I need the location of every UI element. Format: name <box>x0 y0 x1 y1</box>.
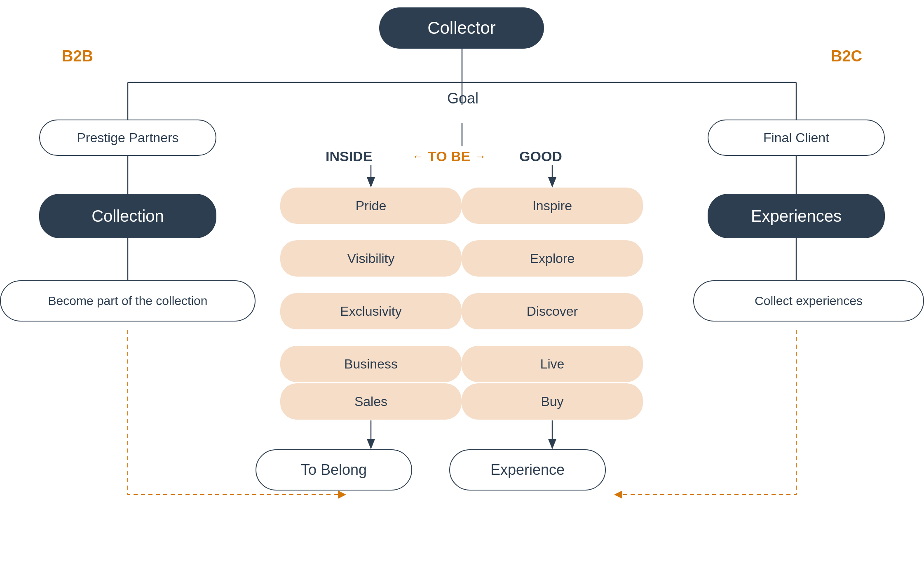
collector-node: Collector <box>379 7 544 49</box>
discover-node: Discover <box>462 293 643 329</box>
svg-marker-17 <box>548 439 556 449</box>
inspire-node: Inspire <box>462 188 643 224</box>
live-node: Live <box>462 346 643 382</box>
inside-label: INSIDE <box>326 148 372 164</box>
svg-marker-10 <box>548 177 556 188</box>
svg-marker-19 <box>614 491 622 499</box>
to-be-label: ← TO BE → <box>412 148 486 164</box>
left-arrow-icon: ← <box>412 150 424 163</box>
b2c-label: B2C <box>831 47 862 65</box>
svg-marker-8 <box>367 177 375 188</box>
buy-node: Buy <box>462 383 643 420</box>
b2b-label: B2B <box>62 47 93 65</box>
to-belong-node: To Belong <box>256 449 412 491</box>
goal-label: Goal <box>447 90 478 107</box>
pride-node: Pride <box>280 188 462 224</box>
good-label: GOOD <box>519 148 562 164</box>
become-part-node: Become part of the collection <box>0 280 256 322</box>
sales-node: Sales <box>280 383 462 420</box>
right-arrow-icon: → <box>474 150 486 163</box>
experience-node: Experience <box>449 449 606 491</box>
svg-marker-18 <box>338 491 346 499</box>
business-node: Business <box>280 346 462 382</box>
prestige-partners-node: Prestige Partners <box>39 120 216 156</box>
collect-experiences-node: Collect experiences <box>693 280 924 322</box>
exclusivity-node: Exclusivity <box>280 293 462 329</box>
visibility-node: Visibility <box>280 240 462 277</box>
final-client-node: Final Client <box>708 120 885 156</box>
diagram: B2B B2C Collector Prestige Partners Coll… <box>0 0 924 568</box>
svg-marker-15 <box>367 439 375 449</box>
experiences-node: Experiences <box>708 194 885 238</box>
explore-node: Explore <box>462 240 643 277</box>
collection-node: Collection <box>39 194 216 238</box>
